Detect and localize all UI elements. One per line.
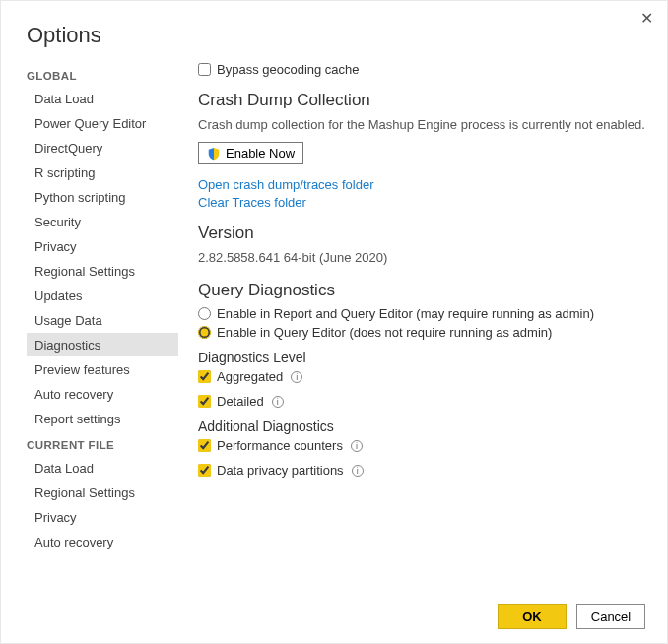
sidebar-item-auto-recovery[interactable]: Auto recovery <box>27 530 178 553</box>
sidebar-item-regional-settings[interactable]: Regional Settings <box>27 259 178 283</box>
radio-enable-query-editor[interactable]: Enable in Query Editor (does not require… <box>198 325 653 340</box>
info-icon[interactable]: i <box>352 465 364 477</box>
sidebar-item-usage-data[interactable]: Usage Data <box>27 308 178 332</box>
open-crash-dump-link[interactable]: Open crash dump/traces folder <box>198 177 653 192</box>
detailed-checkbox[interactable]: Detailed i <box>198 394 653 409</box>
sidebar-item-regional-settings[interactable]: Regional Settings <box>27 481 178 504</box>
sidebar-item-preview-features[interactable]: Preview features <box>27 357 178 381</box>
sidebar-group-header: GLOBAL <box>27 62 178 86</box>
performance-counters-checkbox[interactable]: Performance counters i <box>198 438 653 453</box>
sidebar-item-updates[interactable]: Updates <box>27 284 178 307</box>
detailed-input[interactable] <box>198 395 211 408</box>
sidebar-item-r-scripting[interactable]: R scripting <box>27 161 178 184</box>
close-icon[interactable]: ✕ <box>640 9 653 28</box>
sidebar-item-privacy[interactable]: Privacy <box>27 234 178 258</box>
info-icon[interactable]: i <box>272 396 284 408</box>
info-icon[interactable]: i <box>351 440 363 452</box>
radio-enable-report-editor-label: Enable in Report and Query Editor (may r… <box>217 306 594 321</box>
dialog-footer: OK Cancel <box>498 604 645 629</box>
performance-counters-label: Performance counters <box>217 438 343 453</box>
radio-enable-query-editor-label: Enable in Query Editor (does not require… <box>217 325 552 340</box>
sidebar: GLOBALData LoadPower Query EditorDirectQ… <box>19 52 178 586</box>
aggregated-checkbox[interactable]: Aggregated i <box>198 369 653 384</box>
dialog-title: Options <box>1 1 667 52</box>
enable-now-label: Enable Now <box>226 146 295 161</box>
bypass-geocoding-input[interactable] <box>198 63 211 76</box>
sidebar-group-header: CURRENT FILE <box>27 431 178 455</box>
sidebar-item-power-query-editor[interactable]: Power Query Editor <box>27 111 178 135</box>
additional-diagnostics-heading: Additional Diagnostics <box>198 419 653 434</box>
performance-counters-input[interactable] <box>198 439 211 452</box>
sidebar-item-security[interactable]: Security <box>27 210 178 233</box>
radio-enable-report-editor-input[interactable] <box>198 307 211 320</box>
clear-traces-link[interactable]: Clear Traces folder <box>198 195 653 210</box>
sidebar-item-data-load[interactable]: Data Load <box>27 456 178 480</box>
data-privacy-partitions-input[interactable] <box>198 464 211 477</box>
sidebar-item-directquery[interactable]: DirectQuery <box>27 136 178 160</box>
cancel-button[interactable]: Cancel <box>576 604 645 629</box>
enable-now-button[interactable]: Enable Now <box>198 142 303 164</box>
sidebar-item-auto-recovery[interactable]: Auto recovery <box>27 382 178 406</box>
sidebar-item-privacy[interactable]: Privacy <box>27 505 178 529</box>
version-value: 2.82.5858.641 64-bit (June 2020) <box>198 249 653 267</box>
bypass-geocoding-label: Bypass geocoding cache <box>217 62 360 77</box>
detailed-label: Detailed <box>217 394 264 409</box>
data-privacy-partitions-checkbox[interactable]: Data privacy partitions i <box>198 463 653 478</box>
sidebar-item-python-scripting[interactable]: Python scripting <box>27 185 178 209</box>
version-heading: Version <box>198 224 653 243</box>
ok-button[interactable]: OK <box>498 604 567 629</box>
aggregated-label: Aggregated <box>217 369 283 384</box>
data-privacy-partitions-label: Data privacy partitions <box>217 463 344 478</box>
info-icon[interactable]: i <box>291 371 302 383</box>
aggregated-input[interactable] <box>198 370 211 383</box>
radio-enable-report-editor[interactable]: Enable in Report and Query Editor (may r… <box>198 306 653 321</box>
shield-icon <box>207 147 221 161</box>
radio-enable-query-editor-input[interactable] <box>198 326 211 339</box>
sidebar-item-report-settings[interactable]: Report settings <box>27 407 178 430</box>
diagnostics-level-heading: Diagnostics Level <box>198 350 653 365</box>
content-pane: Bypass geocoding cache Crash Dump Collec… <box>178 52 657 586</box>
query-diagnostics-heading: Query Diagnostics <box>198 281 653 300</box>
sidebar-item-data-load[interactable]: Data Load <box>27 87 178 110</box>
sidebar-item-diagnostics[interactable]: Diagnostics <box>27 333 178 356</box>
crash-dump-desc: Crash dump collection for the Mashup Eng… <box>198 116 653 134</box>
crash-dump-heading: Crash Dump Collection <box>198 91 653 110</box>
bypass-geocoding-checkbox[interactable]: Bypass geocoding cache <box>198 62 653 77</box>
